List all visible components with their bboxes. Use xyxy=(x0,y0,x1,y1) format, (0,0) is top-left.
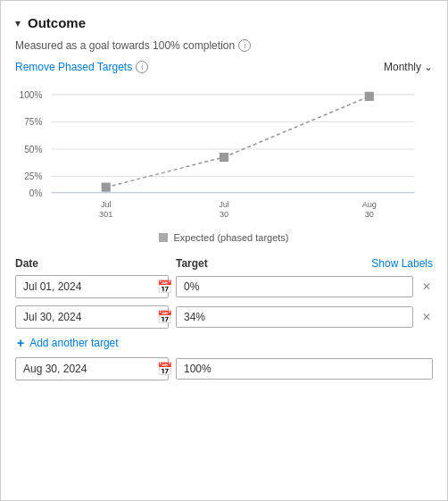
form-header: Date Target Show Labels xyxy=(15,257,433,270)
svg-text:25%: 25% xyxy=(24,172,42,182)
calendar-icon-2[interactable]: 📅 xyxy=(157,310,172,324)
svg-text:Jul: Jul xyxy=(219,200,229,209)
date-input-1[interactable]: 📅 xyxy=(15,275,169,298)
form-date-header: Date xyxy=(15,257,176,270)
svg-rect-13 xyxy=(220,153,228,162)
remove-row-1-icon[interactable]: ✕ xyxy=(420,280,433,293)
date-field-final[interactable] xyxy=(23,363,157,375)
monthly-label: Monthly xyxy=(384,61,421,73)
section-header: ▾ Outcome xyxy=(15,15,433,30)
date-field-1[interactable] xyxy=(23,280,157,293)
svg-text:301: 301 xyxy=(99,210,112,219)
svg-text:Jul: Jul xyxy=(101,200,112,209)
outcome-card: ▾ Outcome Measured as a goal towards 100… xyxy=(0,0,448,501)
date-input-2[interactable]: 📅 xyxy=(15,305,169,329)
remove-row-2-icon[interactable]: ✕ xyxy=(420,311,433,323)
subtitle-text: Measured as a goal towards 100% completi… xyxy=(15,39,235,52)
chart-legend: Expected (phased targets) xyxy=(15,232,433,243)
calendar-icon-final[interactable]: 📅 xyxy=(157,362,172,376)
legend-box-icon xyxy=(159,233,168,242)
monthly-chevron-icon: ⌄ xyxy=(424,61,433,73)
subtitle-row: Measured as a goal towards 100% completi… xyxy=(15,39,433,52)
svg-rect-12 xyxy=(102,183,111,192)
chart-svg: 100% 75% 50% 25% 0% Jul 301 Jul 30 Aug 3… xyxy=(15,82,433,225)
date-input-final[interactable]: 📅 xyxy=(15,357,169,380)
section-title: Outcome xyxy=(28,15,86,30)
remove-info-icon[interactable]: i xyxy=(136,61,148,73)
svg-line-11 xyxy=(224,96,369,157)
target-input-wrap-final[interactable] xyxy=(176,358,433,380)
chevron-icon[interactable]: ▾ xyxy=(15,17,21,29)
form-row-2: 📅 ✕ xyxy=(15,305,433,329)
info-icon[interactable]: i xyxy=(238,39,251,52)
chart-container: 100% 75% 50% 25% 0% Jul 301 Jul 30 Aug 3… xyxy=(15,82,433,225)
target-field-2[interactable] xyxy=(184,311,405,323)
add-icon: + xyxy=(17,336,24,350)
form-target-header: Target xyxy=(176,257,371,270)
remove-link-text: Remove Phased Targets xyxy=(15,61,132,73)
target-field-final[interactable] xyxy=(184,363,425,375)
calendar-icon-1[interactable]: 📅 xyxy=(157,280,172,294)
monthly-dropdown[interactable]: Monthly ⌄ xyxy=(384,61,433,73)
svg-line-10 xyxy=(106,157,224,188)
target-input-wrap-2[interactable] xyxy=(176,306,413,328)
form-row-final: 📅 xyxy=(15,357,433,380)
add-target-link[interactable]: Add another target xyxy=(29,337,118,349)
svg-text:0%: 0% xyxy=(29,188,43,198)
target-field-1[interactable] xyxy=(184,280,405,293)
controls-row: Remove Phased Targets i Monthly ⌄ xyxy=(15,61,433,73)
svg-text:30: 30 xyxy=(365,210,374,219)
date-field-2[interactable] xyxy=(23,311,157,323)
svg-text:50%: 50% xyxy=(24,145,42,154)
svg-text:Aug: Aug xyxy=(362,200,377,209)
add-target-row[interactable]: + Add another target xyxy=(15,336,433,350)
show-labels-link[interactable]: Show Labels xyxy=(371,257,433,270)
svg-text:30: 30 xyxy=(220,210,228,219)
remove-phased-targets-link[interactable]: Remove Phased Targets i xyxy=(15,61,148,73)
legend-text: Expected (phased targets) xyxy=(173,232,288,243)
svg-text:100%: 100% xyxy=(20,90,43,100)
form-row-1: 📅 ✕ xyxy=(15,275,433,298)
svg-text:75%: 75% xyxy=(24,117,42,127)
svg-rect-14 xyxy=(365,92,374,101)
target-input-wrap-1[interactable] xyxy=(176,276,413,297)
